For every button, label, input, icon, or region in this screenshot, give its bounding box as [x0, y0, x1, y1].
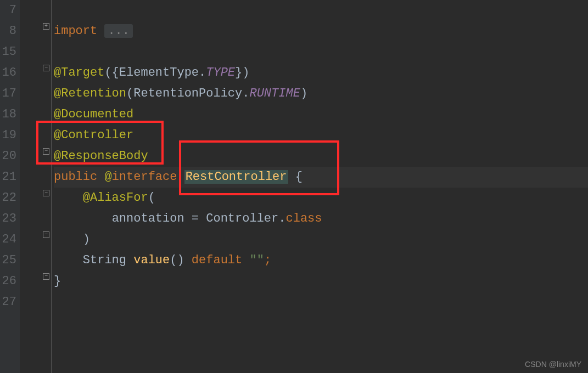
line-number: 27 — [0, 292, 20, 313]
line-number: 17 — [0, 83, 20, 104]
line-number: 15 — [0, 42, 20, 63]
annotation-aliasfor: @AliasFor — [83, 191, 148, 205]
line-number: 20 — [0, 146, 20, 167]
line-number: 26 — [0, 271, 20, 292]
annotation-responsebody: @ResponseBody — [54, 149, 148, 163]
line-number: 25 — [0, 250, 20, 271]
keyword-public: public — [54, 170, 104, 184]
param-annotation: annotation = Controller — [112, 212, 279, 225]
code-area[interactable]: import ... @Target({ElementType.TYPE}) @… — [52, 0, 588, 373]
line-number: 8 — [0, 21, 20, 42]
line-number: 19 — [0, 125, 20, 146]
annotation-retention: @Retention — [54, 87, 126, 100]
keyword-interface: interface — [112, 170, 177, 184]
annotation-controller: @Controller — [54, 128, 133, 142]
fold-column: + − − − − − — [20, 0, 52, 373]
line-number: 16 — [0, 63, 20, 83]
line-number: 21 — [0, 167, 20, 188]
fold-collapse-icon[interactable]: − — [43, 65, 49, 71]
identifier-restcontroller: RestController — [184, 170, 288, 184]
line-number: 23 — [0, 208, 20, 229]
annotation-target: @Target — [54, 66, 104, 80]
folded-imports[interactable]: ... — [104, 24, 133, 38]
fold-collapse-icon[interactable]: − — [43, 190, 49, 196]
line-number: 22 — [0, 188, 20, 208]
keyword-import: import — [54, 24, 104, 38]
code-editor[interactable]: 7 8 15 16 17 18 19 20 21 22 23 24 25 26 … — [0, 0, 588, 373]
method-value: value — [133, 253, 170, 267]
fold-collapse-icon[interactable]: − — [43, 148, 49, 155]
line-number: 7 — [0, 0, 20, 21]
enum-type: TYPE — [206, 66, 235, 80]
line-number-gutter: 7 8 15 16 17 18 19 20 21 22 23 24 25 26 … — [0, 0, 20, 373]
line-number: 24 — [0, 229, 20, 250]
line-number: 18 — [0, 104, 20, 125]
enum-runtime: RUNTIME — [249, 87, 300, 100]
fold-expand-icon[interactable]: + — [43, 23, 49, 30]
watermark: CSDN @linxiMY — [525, 360, 581, 369]
fold-end-icon[interactable]: − — [43, 273, 49, 280]
annotation-documented: @Documented — [54, 108, 133, 121]
fold-end-icon[interactable]: − — [43, 231, 49, 238]
